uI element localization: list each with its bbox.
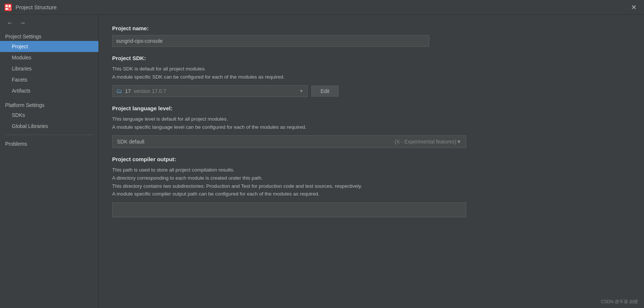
- back-button[interactable]: ←: [4, 18, 15, 28]
- project-name-input[interactable]: [112, 35, 429, 47]
- platform-settings-label: Platform Settings: [0, 100, 98, 110]
- sidebar-item-global-libraries[interactable]: Global Libraries: [0, 121, 98, 132]
- window-title: Project Structure: [15, 4, 628, 10]
- compiler-output-label: Project compiler output:: [112, 156, 631, 162]
- sidebar-item-artifacts[interactable]: Artifacts: [0, 85, 98, 96]
- language-level-dropdown[interactable]: SDK default (X - Experimental features) …: [112, 135, 466, 148]
- language-section: Project language level: This language le…: [112, 105, 631, 148]
- sdk-desc1: This SDK is default for all project modu…: [112, 65, 631, 81]
- svg-rect-2: [8, 5, 11, 7]
- sidebar-navigation: ← →: [0, 16, 98, 31]
- sidebar-item-sdks[interactable]: SDKs: [0, 110, 98, 121]
- sidebar-item-modules[interactable]: Modules: [0, 52, 98, 63]
- sdk-version-text: 17 version 17.0.7: [125, 88, 299, 94]
- sidebar-divider: [5, 135, 93, 135]
- svg-rect-1: [6, 5, 8, 7]
- app-logo: [4, 4, 12, 11]
- sidebar: ← → Project Settings Project Modules Lib…: [0, 15, 99, 308]
- sdk-dropdown-arrow-icon: ▼: [299, 89, 304, 94]
- compiler-output-path-box[interactable]: [112, 203, 466, 217]
- main-container: ← → Project Settings Project Modules Lib…: [0, 15, 644, 308]
- sidebar-problems[interactable]: Problems: [0, 138, 98, 150]
- project-settings-label: Project Settings: [0, 31, 98, 41]
- sdk-label: Project SDK:: [112, 55, 631, 61]
- sidebar-item-libraries[interactable]: Libraries: [0, 63, 98, 74]
- sdk-section: Project SDK: This SDK is default for all…: [112, 55, 631, 97]
- sidebar-item-project[interactable]: Project: [0, 41, 98, 52]
- sdk-edit-button[interactable]: Edit: [311, 86, 339, 97]
- compiler-desc: This path is used to store all project c…: [112, 166, 631, 198]
- language-dropdown-arrow-icon: ▼: [456, 139, 461, 145]
- sdk-dropdown[interactable]: 🗂 17 version 17.0.7 ▼: [112, 85, 308, 97]
- watermark: CSDN @不喜 勿喷: [601, 299, 638, 305]
- compiler-section: Project compiler output: This path is us…: [112, 156, 631, 217]
- project-name-label: Project name:: [112, 25, 631, 31]
- sidebar-item-facets[interactable]: Facets: [0, 74, 98, 85]
- svg-rect-4: [8, 8, 11, 10]
- content-area: Project name: Project SDK: This SDK is d…: [99, 15, 644, 308]
- title-bar: Project Structure ✕: [0, 0, 644, 15]
- svg-rect-3: [6, 8, 8, 10]
- language-level-label: Project language level:: [112, 105, 631, 111]
- language-desc: This language level is default for all p…: [112, 115, 631, 131]
- sdk-row: 🗂 17 version 17.0.7 ▼ Edit: [112, 85, 631, 97]
- forward-button[interactable]: →: [17, 18, 28, 28]
- close-button[interactable]: ✕: [628, 3, 640, 11]
- sdk-icon: 🗂: [116, 88, 122, 94]
